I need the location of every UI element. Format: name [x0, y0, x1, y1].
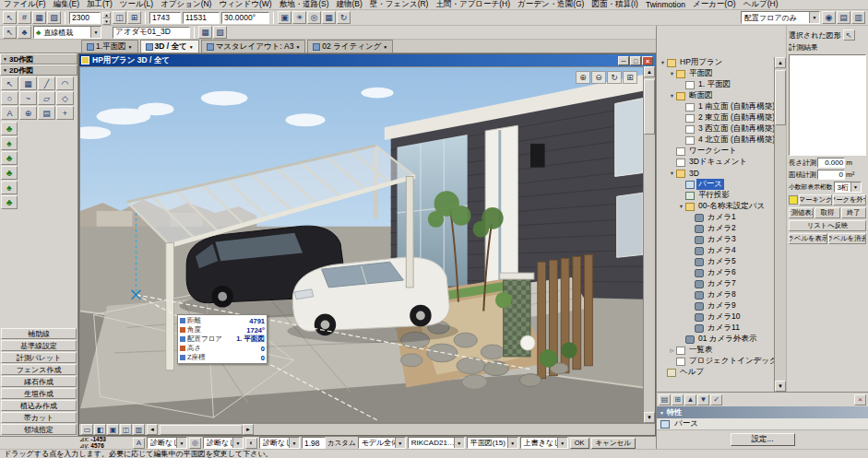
menu-item[interactable]: ファイル(F)	[0, 0, 50, 10]
marker-color-swatch[interactable]	[789, 195, 798, 205]
tree-item[interactable]: カメラ1	[657, 212, 774, 223]
close-icon[interactable]: ×	[854, 394, 866, 405]
menu-item[interactable]: ウィンドウ(W)	[215, 0, 275, 10]
properties-tool-icon[interactable]: ▼	[697, 394, 709, 405]
clear-label-button[interactable]: ラベルを消去	[828, 233, 867, 244]
menu-item[interactable]: Twinmotion	[642, 0, 689, 9]
menu-item[interactable]: ヘルプ(H)	[740, 0, 782, 10]
plant-tool-icon[interactable]: ♣	[1, 151, 18, 165]
diagnosis-dropdown-2[interactable]: 診断なし▼	[203, 437, 244, 449]
tree-item[interactable]: カメラ6	[657, 267, 774, 278]
unmark-button[interactable]: マークを外す	[833, 194, 866, 206]
tree-expand-arrow[interactable]: ▷	[668, 347, 676, 353]
tree-item[interactable]: ▷ 一覧表	[657, 345, 774, 356]
tree-item[interactable]: カメラ7	[657, 278, 774, 289]
minimize-button[interactable]: ─	[618, 56, 629, 65]
properties-header[interactable]: ▼ 特性	[657, 406, 868, 418]
toolbar-icon[interactable]: ↻	[337, 11, 351, 24]
tree-item[interactable]: 01 カメラ外表示	[657, 334, 774, 345]
spin-down-icon[interactable]: ▼	[102, 18, 111, 25]
toolbar-icon[interactable]: ⊞	[127, 11, 141, 24]
offset-spinner[interactable]: ▲▼	[102, 12, 111, 24]
section-3d-header[interactable]: ▼3D作図	[0, 53, 77, 65]
tree-item[interactable]: カメラ10	[657, 311, 774, 323]
display-mode-icon[interactable]: ▥	[133, 424, 145, 435]
tree-item[interactable]: 1 南立面 (自動再構築)	[657, 101, 774, 112]
scrollbar-thumb[interactable]	[160, 425, 243, 435]
toolbar-icon[interactable]: ♣	[18, 26, 31, 39]
tree-item[interactable]: ▼ 00-名称未設定パス	[657, 201, 774, 212]
maximize-button[interactable]: □	[630, 56, 641, 65]
viewport-titlebar[interactable]: HP用プラン 3D / 全て ─ □ ×	[79, 54, 655, 66]
floor-filter-dropdown[interactable]: 配置フロアのみ▼	[741, 11, 820, 24]
display-mode-icon[interactable]: ◧	[94, 424, 106, 435]
plant-tool-icon[interactable]: ♣	[1, 122, 18, 135]
draw-tool-icon[interactable]: ╱	[38, 76, 55, 90]
reflect-to-list-button[interactable]: リストへ反映	[789, 220, 866, 231]
draw-tool-icon[interactable]: ↖	[1, 76, 18, 90]
tree-item[interactable]: 3 西立面 (自動再構築)	[657, 123, 774, 135]
toolbar-icon[interactable]: ▦	[32, 11, 46, 24]
draw-tool-icon[interactable]: ~	[19, 91, 37, 105]
toolbar-icon[interactable]: ▦	[322, 11, 336, 24]
menu-item[interactable]: メーカー(O)	[689, 0, 740, 10]
properties-tool-icon[interactable]: ⊞	[672, 394, 684, 405]
tree-item[interactable]: 2 東立面 (自動再構築)	[657, 112, 774, 123]
display-mode-icon[interactable]: ▭	[81, 424, 93, 435]
palette-button[interactable]: フェンス作成	[1, 364, 77, 375]
scrollbar-thumb[interactable]	[644, 79, 655, 135]
draw-tool-icon[interactable]: ▤	[38, 106, 55, 120]
tree-item[interactable]: カメラ2	[657, 223, 774, 234]
draw-tool-icon[interactable]: ▦	[19, 76, 37, 90]
settings-button[interactable]: 設定...	[731, 433, 795, 446]
tree-item[interactable]: カメラ11	[657, 323, 774, 334]
menu-item[interactable]: 壁・フェンス(R)	[366, 0, 433, 10]
palette-button[interactable]: 基準線設定	[1, 340, 77, 351]
floor-dropdown[interactable]: 平面図(15)▼	[467, 437, 518, 449]
toolbar-icon[interactable]: ▦	[198, 26, 212, 39]
view-tab[interactable]: マスタレイアウト: A3 ▼	[201, 40, 306, 53]
menu-item[interactable]: 建物(B)	[332, 0, 365, 10]
tree-item[interactable]: 平行投影	[657, 190, 774, 201]
view-nav-icon[interactable]: ⊕	[576, 71, 590, 84]
menu-item[interactable]: ガーデン・造園(G)	[514, 0, 588, 10]
menu-item[interactable]: オプション(N)	[157, 0, 215, 10]
offset-input[interactable]	[69, 12, 101, 24]
scroll-down-button[interactable]: ▼	[644, 412, 655, 423]
close-button[interactable]: ×	[642, 56, 653, 65]
vertical-scrollbar[interactable]: ▲ ▼	[643, 66, 655, 423]
tree-item[interactable]: ヘルプ	[657, 367, 774, 378]
spin-up-icon[interactable]: ▲	[102, 12, 111, 18]
zoom-scale-input[interactable]	[302, 437, 326, 449]
menu-item[interactable]: 加工(T)	[83, 0, 116, 10]
draw-tool-icon[interactable]: ◠	[56, 76, 74, 90]
length2-input[interactable]	[183, 12, 220, 24]
plant-name-field[interactable]	[113, 27, 190, 39]
tree-expand-arrow[interactable]: ▼	[659, 60, 667, 65]
diagnosis-dropdown-3[interactable]: 診断なし▼	[259, 437, 300, 449]
plant-tool-icon[interactable]: ♣	[1, 195, 18, 209]
toolbar-icon[interactable]: ▤	[837, 11, 850, 24]
plant-tool-icon[interactable]: ♠	[1, 181, 18, 194]
palette-button[interactable]: 植込み作成	[1, 400, 77, 411]
scroll-up-button[interactable]: ▲	[775, 57, 786, 68]
properties-tool-icon[interactable]: ▤	[659, 394, 671, 405]
palette-button[interactable]: 縁石作成	[1, 376, 77, 387]
draw-tool-icon[interactable]: ○	[1, 91, 18, 105]
toolbar-icon[interactable]: ☀	[292, 11, 306, 24]
view-nav-icon[interactable]: ↻	[607, 71, 622, 84]
tree-item[interactable]: 4 北立面 (自動再構築)	[657, 135, 774, 146]
plant-tool-icon[interactable]: ♠	[1, 136, 18, 150]
tree-expand-arrow[interactable]: ▼	[677, 204, 685, 209]
draw-tool-icon[interactable]: ◇	[56, 91, 74, 105]
draw-tool-icon[interactable]: +	[56, 106, 74, 120]
menu-item[interactable]: 土間・アプローチ(H)	[432, 0, 514, 10]
cancel-button[interactable]: キャンセル	[591, 438, 636, 449]
draw-tool-icon[interactable]: A	[1, 106, 18, 120]
view-tab[interactable]: 1.平面図 ▼	[81, 40, 138, 53]
view-tab[interactable]: 02 ライティング ▼	[307, 40, 393, 53]
horizontal-scrollbar[interactable]: ◄ ►	[147, 424, 655, 436]
properties-tool-icon[interactable]: ✓	[710, 394, 722, 405]
menu-item[interactable]: 敷地・道路(S)	[276, 0, 333, 10]
pen-override-dropdown[interactable]: 上書きなし▼	[520, 437, 568, 449]
